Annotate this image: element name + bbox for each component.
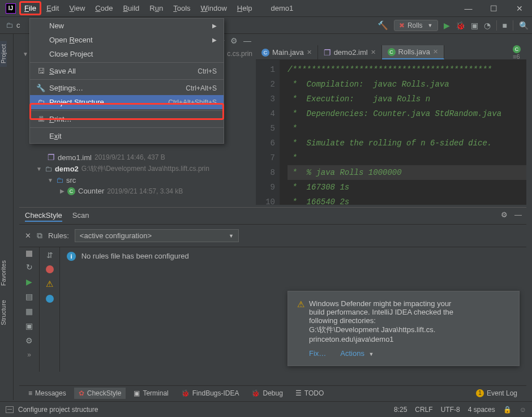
menu-tools[interactable]: Tools <box>168 1 195 15</box>
tree-module[interactable]: ▼ 🗀 demo2 G:\软件\Development Java\https.l… <box>19 163 256 175</box>
btab-findbugs[interactable]: 🐞FindBugs-IDEA <box>177 388 244 399</box>
favorites-tab[interactable]: Favorites <box>0 257 7 289</box>
btab-debug[interactable]: 🐞Debug <box>247 388 287 399</box>
warning-icon[interactable]: ⚠ <box>46 279 53 289</box>
btab-messages[interactable]: ≡Messages <box>24 388 71 399</box>
rerun-icon[interactable]: ↻ <box>26 263 33 272</box>
menu-exit[interactable]: Exit <box>30 129 224 143</box>
print-icon: 🖶 <box>36 115 46 123</box>
notif-fix-link[interactable]: Fix… <box>309 349 326 358</box>
expand-icon[interactable]: ▼ <box>23 51 28 57</box>
app-icon: IJ <box>6 3 16 14</box>
menu-save-all[interactable]: 🖫Save All Ctrl+S <box>30 64 224 78</box>
inspector-icon[interactable]: ☺ <box>520 406 526 414</box>
toolwindow-toggle-icon[interactable] <box>6 406 14 413</box>
submenu-arrow-icon: ▶ <box>212 23 217 29</box>
line-separator[interactable]: CRLF <box>415 406 432 414</box>
menu-open-recent[interactable]: Open Recent ▶ <box>30 33 224 47</box>
btab-event-log[interactable]: 1Event Log <box>471 388 522 399</box>
search-icon[interactable]: 🔍 <box>519 21 529 30</box>
separator <box>496 20 497 31</box>
structure-tab[interactable]: Structure <box>0 296 7 329</box>
close-button[interactable]: ✕ <box>507 0 532 17</box>
gear-icon[interactable]: ⚙ <box>230 36 238 45</box>
editor-tabs: C Main.java ✕ ❐ demo2.iml ✕ C Rolls.java… <box>256 45 526 60</box>
file-name: demo1.iml <box>58 153 92 162</box>
close-tab-icon[interactable]: ✕ <box>371 49 376 56</box>
module-icon[interactable]: ▦ <box>25 307 33 316</box>
hide-icon[interactable]: — <box>243 36 251 45</box>
shortcut: Ctrl+Alt+S <box>186 84 217 92</box>
menu-new[interactable]: New ▶ <box>30 19 224 33</box>
info-icon: i <box>67 252 76 261</box>
tw-tab-checkstyle[interactable]: CheckStyle <box>25 210 62 222</box>
run-icon[interactable]: ▶ <box>444 21 450 30</box>
error-icon[interactable] <box>46 265 54 273</box>
menu-close-project[interactable]: Close Project <box>30 47 224 61</box>
todo-icon: ☰ <box>295 389 302 397</box>
tree-file[interactable]: ❐ demo1.iml 2019/9/21 14:46, 437 B <box>19 152 256 163</box>
menu-run[interactable]: Run <box>144 1 168 15</box>
indent[interactable]: 4 spaces <box>468 406 495 414</box>
debug-icon[interactable]: 🐞 <box>456 21 465 30</box>
notif-actions-link[interactable]: Actions ▼ <box>340 349 374 358</box>
stop-icon[interactable] <box>26 251 32 257</box>
code-editor[interactable]: 123 456 789 10 /************************… <box>256 60 526 205</box>
editor-tab-rolls[interactable]: C Rolls.java ✕ <box>382 45 444 59</box>
btab-terminal[interactable]: ▣Terminal <box>129 388 173 399</box>
menu-code[interactable]: Code <box>90 1 118 15</box>
clear-icon[interactable]: ✕ <box>25 231 31 240</box>
menu-file[interactable]: File <box>19 1 41 15</box>
expand-icon[interactable]: ⇵ <box>46 251 53 260</box>
hide-icon[interactable]: — <box>514 210 522 219</box>
expand-icon[interactable]: ▼ <box>36 166 42 172</box>
gear-icon[interactable]: ⚙ <box>501 210 508 219</box>
tab-overflow[interactable]: C ≡6 <box>509 45 526 59</box>
coverage-icon[interactable]: ▣ <box>471 21 478 30</box>
btab-todo[interactable]: ☰TODO <box>291 388 328 399</box>
layers-icon[interactable]: ▤ <box>25 292 33 301</box>
menu-build[interactable]: Build <box>118 1 144 15</box>
module-icon: 🗀 <box>45 165 52 173</box>
more-icon[interactable]: » <box>27 351 31 359</box>
code-line: /***************************************… <box>288 62 526 77</box>
menu-window[interactable]: Window <box>196 1 232 15</box>
editor-tab-demo2[interactable]: ❐ demo2.iml ✕ <box>318 45 382 59</box>
class-icon: C <box>388 48 396 56</box>
encoding[interactable]: UTF-8 <box>441 406 460 414</box>
all-icon[interactable]: ▣ <box>25 321 33 330</box>
caret-position[interactable]: 8:25 <box>394 406 407 414</box>
editor-tab-main[interactable]: C Main.java ✕ <box>256 45 318 59</box>
profile-icon[interactable]: ◔ <box>484 21 491 30</box>
rules-dropdown[interactable]: <active configuration> ▼ <box>75 229 239 242</box>
btab-checkstyle[interactable]: ✿CheckStyle <box>74 388 126 399</box>
minimize-button[interactable]: — <box>456 0 481 17</box>
filter-icon[interactable]: ⧉ <box>37 231 42 240</box>
menu-project-structure[interactable]: 🗀Project Structure… Ctrl+Alt+Shift+S <box>30 95 224 109</box>
stop-icon[interactable]: ■ <box>503 21 507 30</box>
expand-icon[interactable]: ▶ <box>60 188 65 194</box>
settings-icon[interactable]: ⚙ <box>25 336 33 345</box>
menu-print[interactable]: 🖶Print… <box>30 112 224 126</box>
project-tab[interactable]: Project <box>0 41 7 67</box>
folder-name: src <box>66 176 76 184</box>
maximize-button[interactable]: ☐ <box>481 0 507 17</box>
close-tab-icon[interactable]: ✕ <box>433 48 438 55</box>
tree-folder[interactable]: ▼ 🗀 src <box>19 175 256 186</box>
menu-view[interactable]: View <box>64 1 90 15</box>
lock-icon[interactable]: 🔒 <box>503 406 512 414</box>
code-content[interactable]: /***************************************… <box>280 60 526 205</box>
notif-line: following directories: <box>309 316 453 325</box>
menu-help[interactable]: Help <box>232 1 258 15</box>
run-config-dropdown[interactable]: ✖ Rolls ▼ <box>394 20 438 31</box>
run-icon[interactable]: ▶ <box>26 277 32 286</box>
menu-label: Settings… <box>49 84 83 92</box>
info-icon[interactable] <box>46 295 54 303</box>
close-tab-icon[interactable]: ✕ <box>307 49 312 56</box>
expand-icon[interactable]: ▼ <box>48 177 53 183</box>
tw-tab-scan[interactable]: Scan <box>72 210 89 222</box>
build-icon[interactable]: 🔨 <box>377 20 388 31</box>
tree-class[interactable]: ▶ C Counter 2019/9/21 14:57, 3.34 kB <box>19 186 256 196</box>
menu-settings[interactable]: 🔧Settings… Ctrl+Alt+S <box>30 81 224 95</box>
menu-edit[interactable]: Edit <box>41 1 64 15</box>
